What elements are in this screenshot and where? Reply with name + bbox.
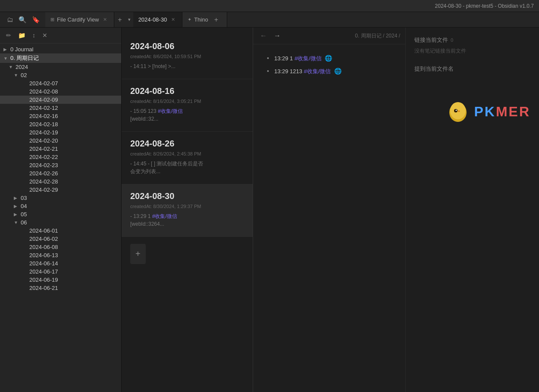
linked-files-title: 链接当前文件 0 (414, 36, 530, 44)
tab-date[interactable]: 2024-08-30 ✕ (133, 12, 183, 27)
right-panel: 链接当前文件 0 没有笔记链接当前文件 提到当前文件名 (405, 28, 539, 392)
entry-tag-2[interactable]: #收集/微信 (304, 68, 331, 75)
sidebar-item-0229[interactable]: 2024-02-29 (0, 186, 121, 194)
svg-point-1 (450, 102, 466, 119)
card-preview-0830: - 13:29 1 #收集/微信 [webId::3264... (130, 212, 244, 228)
tab-add-icon[interactable]: + (114, 16, 125, 24)
card-item-0806[interactable]: 2024-08-06 createdAt: 8/6/2024, 10:59:51… (122, 34, 253, 79)
close-icon[interactable]: ✕ (41, 31, 49, 40)
weekly-label: 0. 周期日记 (10, 54, 39, 62)
sidebar-item-0216[interactable]: 2024-02-16 (0, 112, 121, 120)
sidebar-item-0613[interactable]: 2024-06-13 (0, 251, 121, 259)
pkmer-logo: PKMER (414, 83, 530, 123)
tab-cardify-close[interactable]: ✕ (101, 16, 109, 23)
add-card-button[interactable]: + (130, 244, 146, 264)
titlebar-text: 2024-08-30 - pkmer-test5 - Obsidian v1.0… (435, 3, 534, 9)
entry-time-2: 13:29 1213 (274, 68, 302, 75)
sidebar-item-0212[interactable]: 2024-02-12 (0, 104, 121, 112)
02-label: 02 (21, 72, 27, 78)
pk-text: PK (474, 104, 495, 120)
card-item-0830[interactable]: 2024-08-30 createdAt: 8/30/2024, 1:29:37… (122, 184, 253, 237)
tab-thino[interactable]: ✦ Thino + (182, 12, 227, 27)
card-item-0826[interactable]: 2024-08-26 createdAt: 8/26/2024, 2:45:38… (122, 132, 253, 184)
weekly-arrow: ▼ (3, 56, 9, 61)
sidebar-item-0601[interactable]: 2024-06-01 (0, 227, 121, 235)
preview-tag-0830: #收集/微信 (152, 213, 177, 219)
sidebar-item-05[interactable]: ▶ 05 (0, 210, 121, 218)
search-icon[interactable]: 🔍 (17, 14, 28, 25)
sidebar-item-0614[interactable]: 2024-06-14 (0, 259, 121, 268)
tab-date-close[interactable]: ✕ (169, 16, 177, 23)
sidebar-item-2024[interactable]: ▼ 2024 (0, 63, 121, 71)
sidebar-item-weekly[interactable]: ▼ 0. 周期日记 (0, 53, 121, 63)
sidebar-item-06[interactable]: ▼ 06 (0, 218, 121, 227)
sidebar-item-0602[interactable]: 2024-06-02 (0, 235, 121, 243)
note-nav: ← → (258, 31, 282, 40)
sidebar-tree: ▶ 0 Journal ▼ 0. 周期日记 ▼ 2024 ▼ 02 2024-0… (0, 44, 121, 392)
linked-files-section: 链接当前文件 0 没有笔记链接当前文件 (414, 36, 530, 55)
sidebar-item-0208[interactable]: 2024-02-08 (0, 87, 121, 96)
day-0216-label: 2024-02-16 (29, 113, 58, 119)
globe-icon-2: 🌐 (334, 68, 342, 75)
breadcrumb-text: 0. 周期日记 / 2024 / (355, 33, 400, 39)
day-0617-label: 2024-06-17 (29, 268, 58, 275)
sort-icon[interactable]: ↕ (31, 31, 37, 40)
card-preview-0816: - 15:05 123 #收集/微信 [webId::32... (130, 107, 244, 123)
sidebar-item-0209[interactable]: 2024-02-09 (0, 96, 121, 104)
preview-tag-0816: #收集/微信 (158, 108, 183, 114)
add-card-icon: + (135, 249, 141, 259)
sidebar-item-04[interactable]: ▶ 04 (0, 202, 121, 210)
sidebar-item-03[interactable]: ▶ 03 (0, 194, 121, 202)
preview-line2-0826: 会变为列表... (130, 168, 160, 174)
back-button[interactable]: ← (258, 31, 269, 40)
new-folder-icon[interactable]: 📁 (16, 31, 27, 40)
tab-date-label: 2024-08-30 (138, 16, 167, 23)
forward-button[interactable]: → (272, 31, 282, 40)
entry-time-1: 13:29 1 (274, 55, 293, 62)
sidebar-item-0621[interactable]: 2024-06-21 (0, 284, 121, 292)
day-0228-label: 2024-02-28 (29, 178, 58, 185)
entry-content-1: 13:29 1 #收集/微信 🌐 (274, 55, 392, 62)
day-0223-label: 2024-02-23 (29, 162, 58, 168)
note-entry-1: • 13:29 1 #收集/微信 🌐 (267, 55, 392, 62)
card-date-0826: createdAt: 8/26/2024, 2:45:38 PM (130, 151, 244, 156)
tab-thino-add[interactable]: + (211, 16, 222, 24)
sidebar-item-0223[interactable]: 2024-02-23 (0, 161, 121, 169)
entry-tag-1[interactable]: #收集/微信 (295, 55, 322, 62)
tab-dropdown-icon[interactable]: ▾ (125, 17, 133, 22)
card-title-0830: 2024-08-30 (130, 191, 244, 201)
sidebar-item-0228[interactable]: 2024-02-28 (0, 177, 121, 186)
day-0221-label: 2024-02-21 (29, 146, 58, 152)
sidebar-item-0220[interactable]: 2024-02-20 (0, 137, 121, 145)
card-item-0816[interactable]: 2024-08-16 createdAt: 8/16/2024, 3:05:21… (122, 79, 253, 132)
card-preview-0806: - 14:11 > [!note] >... (130, 62, 244, 70)
edit-icon[interactable]: ✏ (4, 31, 13, 40)
note-content: • 13:29 1 #收集/微信 🌐 • 13:29 1213 #收集/微信 🌐 (253, 44, 405, 392)
sidebar-item-journal[interactable]: ▶ 0 Journal (0, 45, 121, 53)
sidebar-item-0619[interactable]: 2024-06-19 (0, 276, 121, 284)
sidebar-item-0226[interactable]: 2024-02-26 (0, 169, 121, 177)
sidebar-item-0219[interactable]: 2024-02-19 (0, 128, 121, 137)
05-label: 05 (21, 211, 27, 218)
sidebar-item-0221[interactable]: 2024-02-21 (0, 145, 121, 153)
day-0619-label: 2024-06-19 (29, 277, 58, 283)
mentioned-section: 提到当前文件名 (414, 65, 530, 73)
breadcrumb: 0. 周期日记 / 2024 / (355, 32, 400, 40)
day-0601-label: 2024-06-01 (29, 227, 58, 234)
day-0207-label: 2024-02-07 (29, 80, 58, 87)
day-0220-label: 2024-02-20 (29, 137, 58, 144)
sidebar-item-0218[interactable]: 2024-02-18 (0, 120, 121, 128)
tab-cardify[interactable]: ⊞ File Cardify View ✕ (45, 12, 114, 27)
sidebar-item-0608[interactable]: 2024-06-08 (0, 243, 121, 251)
preview-line2-0830: [webId::3264... (130, 221, 164, 227)
03-arrow: ▶ (14, 196, 19, 200)
folder-icon[interactable]: 🗂 (5, 14, 15, 25)
sidebar-item-0222[interactable]: 2024-02-22 (0, 153, 121, 161)
bookmark-icon[interactable]: 🔖 (30, 14, 42, 25)
day-0218-label: 2024-02-18 (29, 121, 58, 128)
sidebar-item-0207[interactable]: 2024-02-07 (0, 79, 121, 87)
svg-point-3 (456, 110, 457, 111)
sidebar-item-0617[interactable]: 2024-06-17 (0, 268, 121, 276)
sidebar-item-02[interactable]: ▼ 02 (0, 71, 121, 79)
05-arrow: ▶ (14, 212, 19, 217)
